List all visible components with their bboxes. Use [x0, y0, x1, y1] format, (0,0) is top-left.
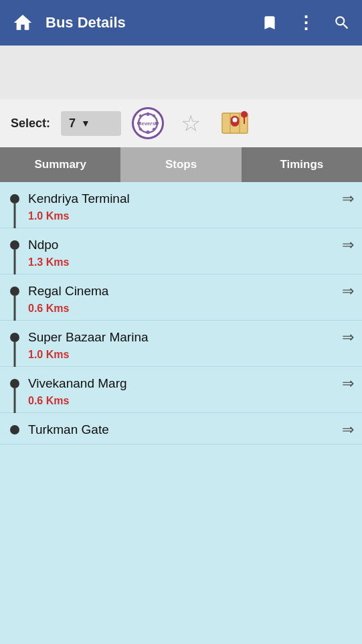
list-item: Vivekanand Marg ⇒ 0.6 Kms [0, 367, 362, 413]
home-button[interactable] [8, 8, 37, 37]
home-icon [12, 12, 33, 33]
stop-dot [10, 287, 19, 296]
stop-distance: 1.0 Kms [28, 349, 354, 361]
stop-distance: 1.0 Kms [28, 210, 354, 222]
navigate-stop-button[interactable]: ⇒ [342, 190, 354, 208]
svg-rect-2 [147, 131, 149, 134]
page-title: Bus Details [46, 14, 250, 31]
stop-item-top: Ndpo ⇒ [8, 236, 354, 254]
map-icon [219, 108, 250, 139]
stop-line [14, 388, 16, 415]
list-item: Turkman Gate ⇒ [0, 413, 362, 445]
stop-indicator [8, 240, 21, 250]
stop-distance: 0.6 Kms [28, 303, 354, 315]
stop-name: Vivekanand Marg [28, 376, 335, 391]
stop-dot [10, 333, 19, 342]
route-value: 7 [69, 116, 76, 131]
stop-item-top: Kendriya Terminal ⇒ [8, 190, 354, 208]
stop-indicator [8, 379, 21, 388]
stop-line [14, 342, 16, 369]
stop-distance: 1.3 Kms [28, 256, 354, 268]
stop-item-top: Super Bazaar Marina ⇒ [8, 329, 354, 346]
stop-line [14, 296, 16, 323]
stop-name: Super Bazaar Marina [28, 330, 335, 345]
stop-dot [10, 379, 19, 388]
reverse-icon: Reverse [136, 111, 160, 135]
stop-indicator [8, 194, 21, 204]
navigate-stop-button[interactable]: ⇒ [342, 236, 354, 254]
stop-dot [10, 425, 19, 434]
stop-name: Turkman Gate [28, 422, 335, 437]
stop-indicator [8, 425, 21, 434]
stop-item-top: Turkman Gate ⇒ [8, 421, 354, 438]
tab-timings[interactable]: Timings [242, 147, 362, 182]
svg-rect-1 [147, 112, 149, 116]
list-item: Ndpo ⇒ 1.3 Kms [0, 228, 362, 274]
tab-summary[interactable]: Summary [0, 147, 120, 182]
ad-banner [0, 46, 362, 99]
select-label: Select: [11, 116, 50, 131]
svg-point-13 [233, 118, 238, 123]
list-item: Super Bazaar Marina ⇒ 1.0 Kms [0, 321, 362, 367]
info-button[interactable]: ⋮ [294, 11, 318, 35]
stop-name: Kendriya Terminal [28, 191, 335, 206]
stop-dot [10, 194, 19, 204]
stop-line [14, 250, 16, 276]
bookmark-icon [261, 14, 278, 31]
app-header: Bus Details ⋮ [0, 0, 362, 46]
search-button[interactable] [330, 11, 354, 35]
dropdown-arrow-icon: ▼ [81, 118, 90, 129]
svg-point-16 [241, 111, 248, 118]
bookmark-button[interactable] [258, 11, 282, 35]
search-icon [333, 14, 351, 31]
tab-stops[interactable]: Stops [120, 147, 241, 182]
stop-dot [10, 240, 19, 250]
stop-indicator [8, 333, 21, 342]
list-item: Regal Cinema ⇒ 0.6 Kms [0, 274, 362, 321]
navigate-stop-button[interactable]: ⇒ [342, 329, 354, 346]
tabs-bar: Summary Stops Timings [0, 147, 362, 182]
info-icon: ⋮ [297, 13, 314, 33]
reverse-button[interactable]: Reverse [132, 107, 164, 139]
list-item: Kendriya Terminal ⇒ 1.0 Kms [0, 182, 362, 228]
stop-line [14, 204, 16, 230]
stop-indicator [8, 287, 21, 296]
svg-text:Reverse: Reverse [137, 120, 159, 127]
stop-item-top: Regal Cinema ⇒ [8, 283, 354, 300]
route-select[interactable]: 7 ▼ [61, 111, 121, 136]
stop-name: Ndpo [28, 238, 335, 252]
navigate-stop-button[interactable]: ⇒ [342, 375, 354, 392]
map-button[interactable] [217, 106, 252, 141]
favorite-button[interactable]: ☆ [175, 107, 207, 139]
navigate-stop-button[interactable]: ⇒ [342, 283, 354, 300]
header-actions: ⋮ [258, 11, 354, 35]
stop-distance: 0.6 Kms [28, 395, 354, 407]
controls-row: Select: 7 ▼ Reverse ☆ [0, 99, 362, 147]
navigate-stop-button[interactable]: ⇒ [342, 421, 354, 438]
star-icon: ☆ [181, 110, 201, 137]
stop-list: Kendriya Terminal ⇒ 1.0 Kms Ndpo ⇒ 1.3 K… [0, 182, 362, 644]
stop-name: Regal Cinema [28, 284, 335, 299]
stop-item-top: Vivekanand Marg ⇒ [8, 375, 354, 392]
